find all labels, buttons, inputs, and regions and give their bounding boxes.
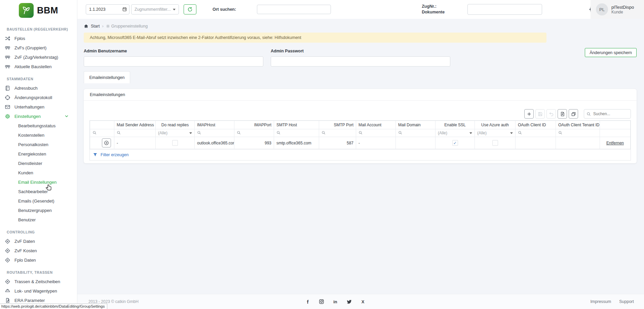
sidebar-item-fplo-daten[interactable]: Fplo Daten [0,255,77,265]
sidebar-item-zvf-daten[interactable]: ZvF Daten [0,236,77,246]
col-smtp-host[interactable]: SMTP Host [274,121,319,129]
sidebar-item-email-einstellungen[interactable]: Email Einstellungen [0,177,77,187]
sidebar-item-kostenstellen[interactable]: Kostenstellen [0,130,77,140]
col-mail-account[interactable]: Mail Account [356,121,396,129]
copyright-text: 2013 - 2023 © catkin GmbH [88,299,139,304]
cell-mail-domain[interactable] [396,137,435,149]
ort-suchen-input[interactable] [257,5,331,14]
cell-smtp-host[interactable]: smtp.office365.com [274,137,319,149]
filter-use-azure-auth[interactable]: (Alle) [475,129,516,137]
sidebar-item-personalkosten[interactable]: Personalkosten [0,140,77,149]
sidebar-item-aenderungsprotokoll[interactable]: Änderungsprotokoll [0,93,77,102]
save-changes-button[interactable]: Änderungen speichern [585,48,637,57]
sidebar-item-aktuelle-baustellen[interactable]: Aktuelle Baustellen [0,62,77,71]
filter-mail-sender-address[interactable] [114,129,156,137]
col-oauth-client-id[interactable]: OAuth Client ID [516,121,556,129]
sidebar-item-label: ZvF Kosten [14,248,37,253]
tab-emaileinstellungen[interactable]: Emaileinstellungen [84,71,130,83]
filter-oauth-client-id[interactable] [516,129,556,137]
create-filter-panel[interactable]: Filter erzeugen [90,149,631,160]
impressum-link[interactable]: Impressum [590,299,611,304]
sidebar-item-benutzer[interactable]: Benutzer [0,215,77,224]
grid-search-input[interactable] [584,109,631,119]
sidebar-item-adressbuch[interactable]: Adressbuch [0,83,77,93]
shuffle-icon [5,36,10,41]
col-mail-sender-address[interactable]: Mail Sender Address [114,121,156,129]
checkbox[interactable] [492,140,498,146]
sidebar-item-fplos[interactable]: Fplos [0,34,77,43]
cell-do-read-replies[interactable] [156,137,195,149]
filter-smtp-port[interactable] [319,129,356,137]
checkbox[interactable] [452,140,458,146]
filter-mail-account[interactable] [356,129,396,137]
column-chooser-button[interactable] [569,109,578,119]
col-use-azure-auth[interactable]: Use Azure auth [475,121,516,129]
cell-use-azure-auth[interactable] [475,137,516,149]
cell-oauth-client-tenant-id[interactable] [556,137,600,149]
grid-toolbar [89,109,631,119]
filter-imap-port[interactable] [234,129,274,137]
col-mail-domain[interactable]: Mail Domain [396,121,435,129]
filter-smtp-host[interactable] [274,129,319,137]
search-icon [558,131,562,135]
add-row-button[interactable] [524,109,534,119]
cell-oauth-client-id[interactable] [516,137,556,149]
cell-imap-host[interactable]: outlook.office365.com [195,137,234,149]
home-icon[interactable] [84,24,88,29]
sidebar-item-sachbearbeiter[interactable]: Sachbearbeiter [0,187,77,196]
zugnr-dokumente-input[interactable] [467,4,542,15]
cell-imap-port[interactable]: 993 [234,137,274,149]
refresh-button[interactable] [184,4,196,14]
sidebar-item-zvf-kosten[interactable]: ZvF Kosten [0,246,77,255]
sidebar-item-zvfs-gruppiert[interactable]: ZvFs (Gruppiert) [0,43,77,52]
instagram-icon[interactable] [318,299,325,305]
sidebar-item-energiekosten[interactable]: Energiekosten [0,149,77,159]
col-imap-port[interactable]: IMAPPort [234,121,274,129]
sidebar-item-unterhaltungen[interactable]: Unterhaltungen [0,102,77,112]
cell-enable-ssl[interactable] [435,137,475,149]
twitter-icon[interactable] [346,299,352,305]
user-menu[interactable]: PL plTestDispo Kunde [591,0,644,19]
export-xlsx-button[interactable] [558,109,567,119]
sidebar-item-trassen[interactable]: Trassen & Zeitscheiben [0,277,77,286]
remove-row-link[interactable]: Entfernen [606,141,624,145]
col-imap-host[interactable]: IMAPHost [195,121,234,129]
filter-mail-domain[interactable] [396,129,435,137]
zugnummernfilter-select[interactable]: Zugnummernfilter... [131,4,179,14]
sidebar-item-kunden[interactable]: Kunden [0,168,77,177]
support-link[interactable]: Support [619,299,634,304]
sidebar-item-emails-gesendet[interactable]: Emails (Gesendet) [0,196,77,206]
sidebar-item-bearbeitungsstatus[interactable]: Bearbeitungsstatus [0,121,77,130]
date-picker[interactable] [86,4,129,14]
filter-oauth-client-tenant-id[interactable] [556,129,600,137]
filter-enable-ssl[interactable]: (Alle) [435,129,475,137]
linkedin-icon[interactable]: in [332,299,338,305]
col-oauth-client-tenant-id[interactable]: OAuth Client Tenant ID [556,121,600,129]
save-grid-button[interactable] [535,109,545,119]
filter-do-read-replies[interactable]: (Alle) [156,129,195,137]
sidebar-item-dienstleister[interactable]: Dienstleister [0,159,77,168]
hilfsdokument-link[interactable]: Hilfsdokument [275,35,301,40]
search-icon[interactable] [92,131,97,135]
sidebar-item-benutzergruppen[interactable]: Benutzergruppen [0,206,77,215]
cell-mail-account[interactable]: - [356,137,396,149]
expand-row-button[interactable] [102,138,111,147]
sidebar-item-einstellungen[interactable]: Einstellungen [0,112,77,121]
col-enable-ssl[interactable]: Enable SSL [435,121,475,129]
sidebar-item-lok-wagentypen[interactable]: Lok- und Wagentypen [0,286,77,296]
cell-mail-sender-address[interactable]: - [114,137,156,149]
admin-password-input[interactable] [271,56,450,67]
sidebar-item-zvf-zug[interactable]: ZvF (Zug/Verkehrstag) [0,52,77,62]
revert-button[interactable] [546,109,556,119]
app-logo[interactable]: BBM [0,0,77,20]
cell-smtp-port[interactable]: 587 [319,137,356,149]
admin-username-input[interactable] [84,56,263,67]
col-do-read-replies[interactable]: Do read replies [156,121,195,129]
breadcrumb-home[interactable]: Start [91,24,100,29]
col-smtp-port[interactable]: SMTP Port [319,121,356,129]
checkbox[interactable] [172,140,178,146]
facebook-icon[interactable]: f [305,299,311,305]
filter-imap-host[interactable] [195,129,234,137]
xing-icon[interactable]: X [360,299,366,305]
zugnr-label-line1: ZugNr.: [422,4,437,9]
